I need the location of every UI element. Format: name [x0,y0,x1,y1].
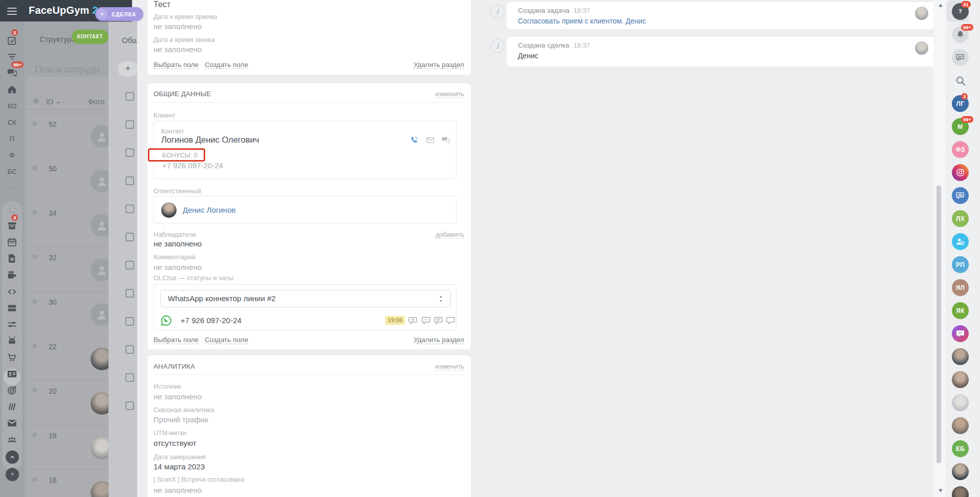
avatar [161,202,177,218]
rail-item-people-chat[interactable] [952,187,969,204]
person-icon [95,174,108,188]
chat-dots-icon[interactable] [421,315,431,326]
divider [30,425,108,425]
deal-card-analytics: АНАЛИТИКА изменить Источникне заполненоС… [147,355,471,497]
rail-avatar-photo[interactable] [952,486,969,497]
tri-up-icon [937,2,944,9]
contact-button: КОНТАКТ [72,30,108,44]
select-field-link[interactable]: Выбрать поле [154,61,199,69]
field-label: UTM-метки [154,430,187,437]
field-label: Дата и время звонка [154,36,215,43]
section-title: АНАЛИТИКА [154,363,195,370]
cart-icon [7,352,17,363]
watchers-value: не заполнено [154,239,202,248]
row-checkbox [125,345,134,354]
field-value: Прочий трафик [154,415,208,424]
tri-down-icon [937,487,944,494]
person-icon [95,219,108,232]
field-value: не заполнено [154,22,202,31]
background-page: Структура КОНТАКТ Поиск сотрудн ID Фото … [24,21,108,497]
envelope-icon [426,135,435,145]
rail-avatar-лх[interactable]: ЛХ [952,210,969,227]
gear-icon [32,97,39,104]
rail-item-person-clock[interactable] [952,233,969,250]
avatar [915,41,928,55]
drag-handle-icon: ≡ [32,476,37,483]
rail-item-chat-bubble[interactable] [952,325,969,342]
watchers-add-link[interactable]: добавить [435,231,464,239]
rail-item-search[interactable] [952,72,969,89]
responsible-link[interactable]: Денис Логинов [183,206,235,214]
menu-icon [7,6,17,17]
deal-overlay-tab[interactable]: × СДЕЛКА [95,7,143,21]
arrow-up-icon [8,453,16,461]
gear-icon [32,97,39,104]
row-checkbox [125,92,134,101]
chat-icon[interactable] [441,135,450,145]
info-icon: i [490,4,505,18]
contact-name[interactable]: Логинов Денис Олегович [161,135,259,145]
circles-icon [7,204,17,215]
sidebar-item-ф: Ф [0,148,24,162]
select-value: WhatsApp коннектор линии #2 [168,294,276,303]
phone-icon[interactable] [410,135,419,145]
rail-avatar-еб[interactable]: ЕБ [952,440,969,457]
divider [30,158,108,159]
sidebar-item-code [0,285,24,298]
deal-card-custom-section: Тест Дата и время приемане заполненоДата… [147,0,471,75]
rail-item-chat-lines[interactable] [952,49,969,66]
row-checkbox [125,205,134,213]
field-value-test: Тест [154,0,170,9]
create-field-link[interactable]: Создать поле [205,61,248,69]
comment-value: не заполнено [154,263,202,272]
scrollbar-thumb[interactable] [937,186,941,463]
drag-handle-icon: ≡ [32,209,37,216]
drag-handle-icon: ≡ [32,298,37,305]
sidebar-item-archive [0,219,24,232]
chat-empty-icon[interactable] [446,315,456,326]
edit-link[interactable]: изменить [435,90,464,98]
envelope-icon[interactable] [426,135,435,145]
rail-avatar-photo[interactable] [952,417,969,434]
olchat-card: WhatsApp коннектор линии #2 +7 926 097-2… [154,284,456,330]
row-id: 30 [49,298,57,306]
chat-plus-icon [408,315,418,326]
rail-avatar-photo[interactable] [952,348,969,365]
rail-avatar-ял[interactable]: ЯЛ [952,279,969,296]
sidebar-item-robot [0,334,24,347]
sidebar-item-team [0,433,24,446]
field-value: 14 марта 2023 [154,462,205,471]
remove-section-link[interactable]: Удалить раздел [413,61,464,69]
select-field-link[interactable]: Выбрать поле [154,336,199,344]
rail-item-instagram[interactable] [952,164,969,181]
rail-avatar-як[interactable]: ЯК [952,302,969,319]
close-icon[interactable]: × [97,9,107,19]
olchat-connector-select[interactable]: WhatsApp коннектор линии #2 [160,290,451,307]
rail-avatar-рп[interactable]: РП [952,256,969,273]
chat-time-badge[interactable]: 19:06 [385,316,405,325]
row-checkbox [125,317,134,326]
row-id: 22 [49,343,57,351]
create-field-link[interactable]: Создать поле [205,336,248,344]
right-sidebar: ?3199+ЛГ3М99+ФЗЛХРПЯЛЯКЕБ [946,0,980,497]
rail-avatar-photo[interactable] [952,371,969,388]
avatar [91,259,108,281]
contact-phone: +7 926 097-20-24 [162,161,223,170]
rail-avatar-photo[interactable] [952,463,969,480]
edit-link[interactable]: изменить [435,363,464,371]
person-icon [95,263,108,277]
chat-icon [7,67,17,78]
sidebar-item-circles [0,202,24,216]
sidebar-item-marks [0,400,24,413]
chat-text-icon[interactable] [433,315,444,326]
event-link[interactable]: Согласовать прием с клиентом. Денис [518,17,646,25]
rail-avatar-фз[interactable]: ФЗ [952,141,969,158]
chat-plus-icon[interactable] [408,315,418,326]
scroll-up-icon[interactable] [937,2,944,9]
remove-section-link[interactable]: Удалить раздел [413,336,464,344]
field-value: не заполнено [154,45,202,54]
scroll-down-icon[interactable] [937,487,944,494]
person-icon [95,130,108,143]
rail-avatar-photo[interactable] [952,394,969,411]
row-checkbox [125,261,134,269]
